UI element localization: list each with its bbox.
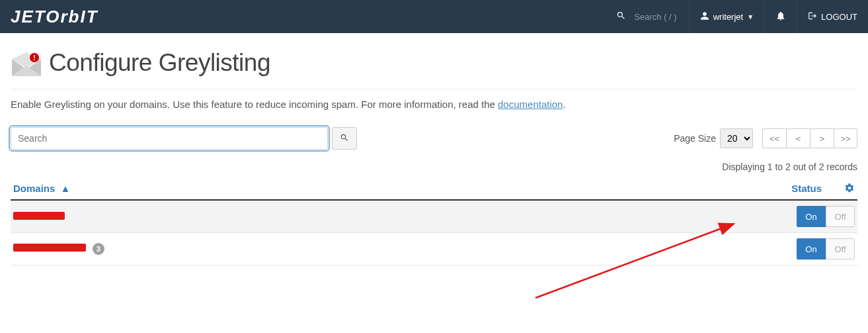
pager-first-button[interactable]: << [762,128,786,148]
domain-name-redacted [13,212,65,220]
logout-icon [808,11,817,23]
domain-name-redacted [13,244,86,252]
gear-icon[interactable] [844,183,855,195]
count-badge: 3 [93,243,104,255]
greylisting-toggle: On Off [797,206,855,227]
svg-text:!: ! [33,54,36,62]
search-icon [616,11,626,23]
column-header-domains[interactable]: Domains ▲ [11,177,505,200]
domains-header-label: Domains [13,183,55,194]
toggle-off-button[interactable]: Off [826,238,855,260]
username-label: writerjet [713,12,744,22]
pager-last-button[interactable]: >> [834,128,857,148]
page-content: ! Configure Greylisting Enable Greylisti… [0,33,868,276]
search-placeholder-text: Search ( / ) [634,12,676,22]
brand-logo: JETOrbIT [0,7,109,27]
table-row: On Off [11,200,857,233]
topbar: JETOrbIT Search ( / ) writerjet ▼ LOGOUT [0,0,868,33]
page-size-select[interactable]: 20 [720,128,753,148]
pager-prev-button[interactable]: < [786,128,810,148]
pager: << < > >> [762,128,857,148]
sort-asc-icon: ▲ [61,183,71,194]
caret-down-icon: ▼ [747,13,754,21]
toggle-on-button[interactable]: On [797,238,826,260]
table-row: 3 On Off [11,233,857,265]
user-icon [700,11,709,23]
table-toolbar: Page Size 20 << < > >> [11,127,857,150]
status-header-label: Status [791,183,822,194]
greylisting-toggle: On Off [797,238,855,260]
global-search[interactable]: Search ( / ) [604,11,688,23]
page-header: ! Configure Greylisting [11,44,857,89]
logout-label: LOGOUT [821,12,857,22]
toggle-off-button[interactable]: Off [826,206,855,227]
greylisting-envelope-icon: ! [11,51,40,75]
records-info: Displaying 1 to 2 out of 2 records [11,162,857,172]
user-menu[interactable]: writerjet ▼ [689,0,764,33]
description-text: Enable Greylisting on your domains. Use … [11,99,498,110]
domains-table: Domains ▲ Status On O [11,177,857,265]
search-group [11,127,357,150]
domain-search-input[interactable] [11,127,328,150]
search-icon [340,133,349,144]
page-description: Enable Greylisting on your domains. Use … [11,99,857,110]
pager-next-button[interactable]: > [810,128,834,148]
page-title: Configure Greylisting [49,49,270,77]
search-button[interactable] [332,127,357,150]
page-size-group: Page Size 20 << < > >> [674,128,857,148]
logout-button[interactable]: LOGOUT [797,0,868,33]
page-size-label: Page Size [674,133,716,144]
bell-icon [775,11,786,23]
documentation-link[interactable]: documentation [498,99,563,110]
notifications-button[interactable] [764,0,797,33]
description-suffix: . [563,99,565,110]
toggle-on-button[interactable]: On [797,206,826,227]
column-header-status[interactable]: Status [505,177,857,200]
